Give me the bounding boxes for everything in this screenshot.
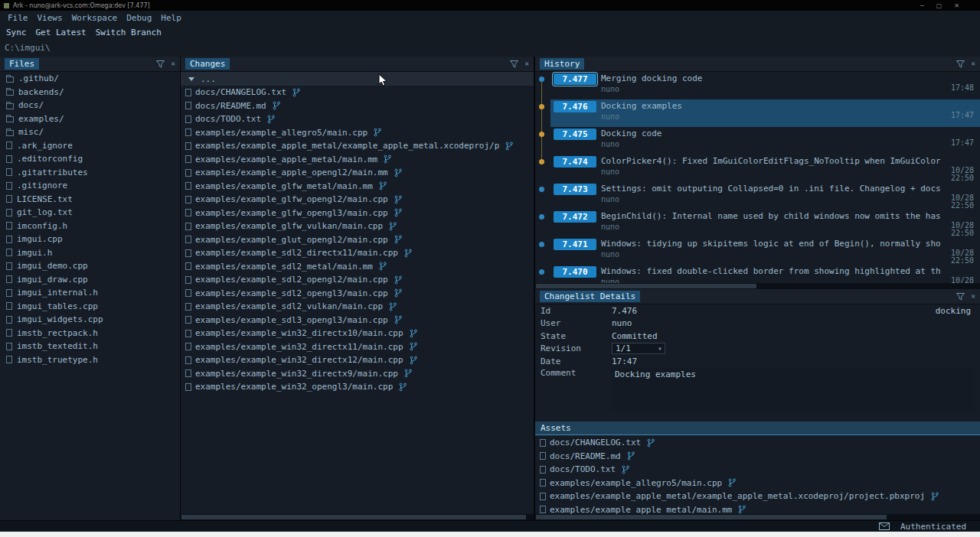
changes-root-row[interactable]: ... [181, 72, 534, 86]
files-panel-title[interactable]: Files [5, 58, 39, 70]
changed-file-row[interactable]: docs/CHANGELOG.txt [181, 86, 534, 99]
changed-file-row[interactable]: examples/example_apple_metal/main.mm [181, 153, 534, 167]
asset-file-row[interactable]: docs/TODO.txt [535, 463, 980, 477]
changed-file-row[interactable]: examples/example_glfw_vulkan/main.cpp [181, 220, 534, 233]
changed-file-row[interactable]: examples/example_win32_opengl3/main.cpp [181, 380, 534, 394]
menu-item[interactable]: Views [38, 13, 63, 23]
file-tree-item[interactable]: imconfig.h [0, 220, 180, 233]
changed-file-row[interactable]: examples/example_sdl2_directx11/main.cpp [181, 246, 534, 260]
file-tree-item[interactable]: imgui_internal.h [0, 286, 180, 300]
changed-file-row[interactable]: examples/example_sdl2_opengl3/main.cpp [181, 287, 534, 301]
asset-file-row[interactable]: docs/README.md [535, 450, 980, 464]
changed-file-row[interactable]: docs/README.md [181, 99, 534, 113]
menu-item[interactable]: Help [161, 13, 181, 23]
toolbar-button[interactable]: Switch Branch [96, 28, 162, 37]
file-tree-item[interactable]: imgui_draw.cpp [0, 273, 180, 287]
file-tree-item[interactable]: .gitignore [0, 179, 180, 193]
file-tree-item[interactable]: imgui_tables.cpp [0, 300, 180, 314]
comment-box[interactable]: Docking examples [612, 368, 973, 411]
revision-dropdown[interactable]: 1/1 [612, 343, 665, 354]
asset-file-row[interactable]: examples/example_apple_metal/example_app… [535, 490, 980, 503]
changed-file-row[interactable]: examples/example_glfw_opengl3/main.cpp [181, 207, 534, 220]
app-window: Ark - nuno@ark-vcs.com:Omega:dev [7.477]… [0, 0, 980, 537]
asset-file-row[interactable]: docs/CHANGELOG.txt [535, 436, 980, 450]
filter-icon[interactable] [956, 60, 965, 68]
changed-file-row[interactable]: examples/example_glut_opengl2/main.cpp [181, 233, 534, 247]
changed-file-row[interactable]: examples/example_win32_directx12/main.cp… [181, 353, 534, 367]
close-panel-icon[interactable]: ✕ [972, 293, 975, 300]
changed-file-row[interactable]: examples/example_win32_directx11/main.cp… [181, 340, 534, 354]
menu-item[interactable]: Workspace [72, 13, 118, 23]
changed-file-row[interactable]: examples/example_sdl2_metal/main.mm [181, 260, 534, 274]
minimize-button[interactable]: ─ [920, 2, 924, 9]
file-tree-item[interactable]: LICENSE.txt [0, 193, 180, 207]
changed-file-row[interactable]: docs/TODO.txt [181, 112, 534, 126]
file-icon [6, 142, 12, 149]
filter-icon[interactable] [156, 60, 165, 68]
changed-file-row[interactable]: examples/example_sdl2_opengl2/main.cpp [181, 273, 534, 287]
branch-icon [379, 262, 387, 271]
changed-file-row[interactable]: examples/example_allegro5/main.cpp [181, 126, 534, 140]
toolbar-button[interactable]: Get Latest [36, 28, 87, 37]
changed-file-row[interactable]: examples/example_sdl3_opengl3/main.cpp [181, 314, 534, 327]
commit-info: Settings: omit outputing Collapsed=0 in … [601, 184, 978, 204]
changed-file-row[interactable]: examples/example_glfw_opengl2/main.cpp [181, 193, 534, 207]
file-tree-item[interactable]: imgui_widgets.cpp [0, 313, 180, 327]
commit-graph-dot [539, 214, 544, 220]
file-tree-item[interactable]: docs/ [0, 99, 180, 112]
changed-file-row[interactable]: examples/example_win32_directx9/main.cpp [181, 367, 534, 381]
menu-item[interactable]: Debug [126, 13, 152, 23]
changed-file-row[interactable]: examples/example_apple_metal/example_app… [181, 139, 534, 153]
changed-file-row[interactable]: examples/example_glfw_metal/main.mm [181, 180, 534, 194]
horizontal-scrollbar-thumb[interactable] [181, 515, 526, 519]
changed-file-row[interactable]: examples/example_win32_directx10/main.cp… [181, 327, 534, 340]
file-tree-item[interactable]: .editorconfig [0, 152, 180, 166]
file-tree-item[interactable]: git_log.txt [0, 206, 180, 220]
commit-time: 17:47 [951, 139, 974, 147]
close-button[interactable]: ✕ [954, 2, 959, 9]
assets-header[interactable]: Assets [535, 421, 980, 435]
file-tree-item[interactable]: imgui.h [0, 246, 180, 260]
file-tree-item[interactable]: misc/ [0, 125, 180, 139]
horizontal-scrollbar-thumb[interactable] [536, 284, 756, 288]
toolbar-button[interactable]: Sync [6, 28, 27, 37]
filter-icon[interactable] [510, 60, 518, 68]
asset-file-row[interactable]: examples/example_allegro5/main.cpp [535, 477, 980, 490]
commit-row[interactable]: 7.473 Settings: omit outputing Collapsed… [535, 182, 980, 210]
commit-row[interactable]: 7.470 Windows: fixed double-clicked bord… [535, 265, 980, 283]
commit-row[interactable]: 7.476 Docking examples nuno 17:47 [535, 99, 980, 127]
changed-file-row[interactable]: examples/example_apple_opengl2/main.mm [181, 166, 534, 180]
filter-icon[interactable] [956, 293, 965, 301]
menu-item[interactable]: File [8, 13, 28, 23]
collapse-arrow-icon[interactable] [188, 77, 194, 81]
file-tree-item[interactable]: .ark_ignore [0, 139, 180, 153]
changed-file-row[interactable]: examples/example_sdl2_vulkan/main.cpp [181, 300, 534, 314]
maximize-button[interactable]: ▢ [936, 2, 942, 9]
asset-file-row[interactable]: examples/example_apple_metal/main.mm [535, 503, 980, 515]
file-tree-item[interactable]: imgui.cpp [0, 233, 180, 246]
file-tree-item[interactable]: imstb_rectpack.h [0, 327, 180, 340]
commit-row[interactable]: 7.472 BeginChild(): Internal name used b… [535, 210, 980, 237]
commit-row[interactable]: 7.477 Merging docking code nuno 17:48 [535, 72, 980, 99]
file-tree-item[interactable]: .github/ [0, 72, 180, 86]
horizontal-scrollbar-thumb[interactable] [536, 515, 887, 519]
file-tree-item[interactable]: examples/ [0, 112, 180, 126]
commit-row[interactable]: 7.471 Windows: tidying up skipitems logi… [535, 237, 980, 265]
close-panel-icon[interactable]: ✕ [972, 60, 975, 67]
history-panel-title[interactable]: History [540, 58, 584, 70]
file-icon [185, 155, 191, 163]
details-panel-title[interactable]: Changelist Details [540, 291, 640, 302]
commit-row[interactable]: 7.475 Docking code nuno 17:47 [535, 127, 980, 155]
close-panel-icon[interactable]: ✕ [172, 60, 175, 67]
file-path: docs/README.md [550, 451, 621, 461]
file-icon [185, 343, 191, 350]
commit-row[interactable]: 7.474 ColorPicker4(): Fixed ImGuiColorEd… [535, 155, 980, 182]
file-tree-item[interactable]: backends/ [0, 86, 180, 99]
file-tree-item[interactable]: imstb_textedit.h [0, 340, 180, 353]
file-tree-item[interactable]: imgui_demo.cpp [0, 259, 180, 273]
file-tree-item[interactable]: imstb_truetype.h [0, 353, 180, 367]
close-panel-icon[interactable]: ✕ [525, 60, 529, 67]
changes-panel-title[interactable]: Changes [185, 58, 230, 70]
file-tree-item[interactable]: .gitattributes [0, 166, 180, 180]
branch-icon [738, 505, 746, 514]
